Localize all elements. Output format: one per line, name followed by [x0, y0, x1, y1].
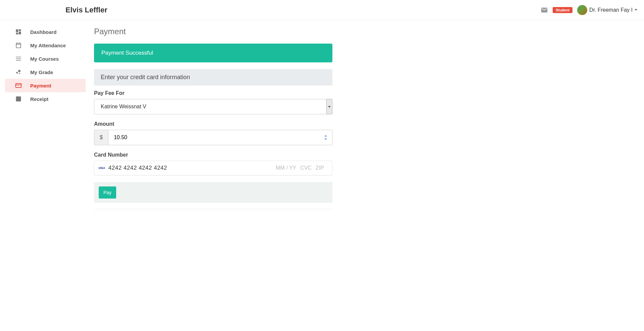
panel-body: Pay Fee For Amount $ Card [94, 86, 332, 209]
card-placeholders: MM / YY CVC ZIP [276, 165, 324, 171]
sidebar-item-grade[interactable]: My Grade [5, 65, 86, 79]
svg-point-1 [18, 70, 20, 72]
amount-input[interactable] [108, 130, 332, 145]
pay-for-group: Pay Fee For [94, 90, 332, 114]
card-expiry-input[interactable]: MM / YY [276, 165, 296, 171]
header-title: Elvis Leffler [65, 6, 107, 14]
sidebar-item-label: My Grade [30, 69, 53, 75]
success-alert: Payment Successful [94, 44, 332, 62]
amount-label: Amount [94, 121, 332, 127]
svg-point-0 [16, 72, 18, 73]
pay-button[interactable]: Pay [99, 186, 116, 199]
sidebar: Dashboard My Attendance My Courses My Gr… [0, 20, 86, 216]
amount-group: Amount $ [94, 121, 332, 145]
sidebar-item-attendance[interactable]: My Attendance [5, 39, 86, 52]
pay-for-select-wrapper [94, 99, 332, 114]
user-name: Dr. Freeman Fay I [589, 7, 633, 13]
receipt-icon [15, 96, 22, 102]
pay-for-select[interactable] [94, 99, 332, 114]
calendar-icon [15, 42, 22, 49]
pay-for-label: Pay Fee For [94, 90, 332, 96]
panel-heading: Enter your credit card information [94, 69, 332, 86]
card-group: Card Number VISA 4242 4242 4242 4242 MM … [94, 152, 332, 175]
header-right: Student Dr. Freeman Fay I [541, 5, 637, 15]
card-number-input[interactable]: 4242 4242 4242 4242 [108, 165, 272, 171]
dashboard-icon [15, 29, 22, 35]
svg-rect-3 [16, 84, 21, 88]
main-content: Payment Payment Successful Enter your cr… [86, 20, 341, 216]
card-zip-input[interactable]: ZIP [316, 165, 324, 171]
page-title: Payment [94, 27, 332, 36]
card-brand-icon: VISA [98, 166, 105, 170]
bubble-chart-icon [15, 69, 22, 75]
card-label: Card Number [94, 152, 332, 158]
panel-footer: Pay [94, 182, 332, 203]
card-input-row[interactable]: VISA 4242 4242 4242 4242 MM / YY CVC ZIP [94, 161, 332, 175]
sidebar-item-dashboard[interactable]: Dashboard [5, 25, 86, 39]
sidebar-item-label: Payment [30, 83, 51, 89]
sidebar-item-label: Dashboard [30, 29, 56, 35]
svg-point-2 [19, 73, 20, 74]
sidebar-item-courses[interactable]: My Courses [5, 52, 86, 65]
avatar [577, 5, 587, 15]
app-header: Elvis Leffler Student Dr. Freeman Fay I [0, 0, 644, 20]
sidebar-item-label: My Attendance [30, 43, 66, 48]
list-icon [15, 55, 22, 62]
currency-symbol: $ [94, 130, 108, 145]
card-cvc-input[interactable]: CVC [300, 165, 312, 171]
user-menu[interactable]: Dr. Freeman Fay I [577, 5, 637, 15]
credit-card-icon [15, 82, 22, 89]
role-badge: Student [553, 7, 572, 13]
sidebar-item-payment[interactable]: Payment [5, 79, 86, 92]
sidebar-item-label: Receipt [30, 96, 48, 102]
sidebar-item-receipt[interactable]: Receipt [5, 92, 86, 106]
amount-input-group: $ [94, 130, 332, 145]
sidebar-item-label: My Courses [30, 56, 59, 62]
chevron-down-icon [635, 9, 637, 11]
mail-icon[interactable] [541, 6, 548, 14]
divider [94, 209, 332, 209]
